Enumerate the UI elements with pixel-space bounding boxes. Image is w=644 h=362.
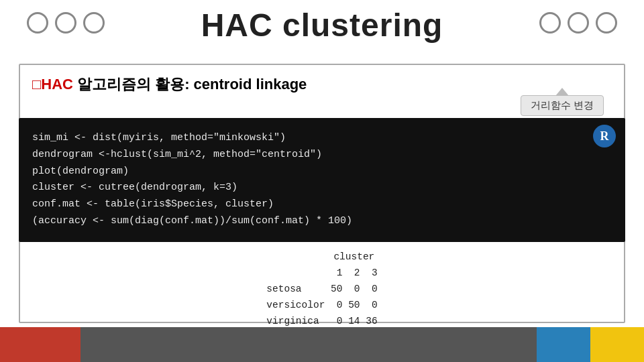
code-block: sim_mi <- dist(myiris, method="minkowski… — [19, 118, 625, 242]
table-area: cluster 1 2 3 setosa 50 0 0 versicolor 0… — [19, 249, 625, 330]
page-title: HAC clustering — [0, 7, 644, 44]
table-content: cluster 1 2 3 setosa 50 0 0 versicolor 0… — [19, 249, 625, 330]
header-red-text: □HAC — [32, 76, 73, 93]
code-text: sim_mi <- dist(myiris, method="minkowski… — [32, 130, 612, 230]
r-badge: R — [593, 125, 616, 147]
badge-container: 거리함수 변경 — [521, 95, 604, 116]
bottom-bar — [0, 327, 644, 362]
header-black-text: 알고리즘의 활용: centroid linkage — [73, 76, 307, 93]
bottom-bar-yellow — [590, 327, 644, 362]
bottom-bar-red — [0, 327, 80, 362]
bottom-bar-blue — [537, 327, 590, 362]
bottom-bar-gray — [80, 327, 537, 362]
distance-function-badge: 거리함수 변경 — [521, 95, 604, 116]
